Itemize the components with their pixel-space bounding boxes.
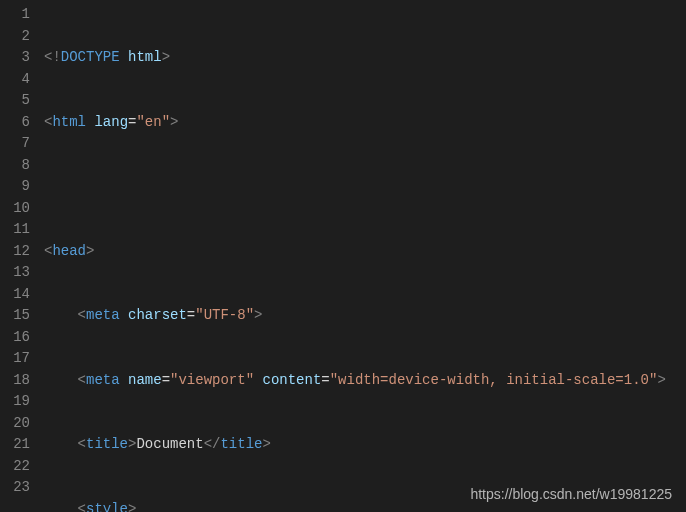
line-number: 18: [0, 370, 30, 392]
code-line: <meta name="viewport" content="width=dev…: [44, 370, 686, 392]
line-number: 22: [0, 456, 30, 478]
line-number: 19: [0, 391, 30, 413]
line-number: 13: [0, 262, 30, 284]
line-number: 23: [0, 477, 30, 499]
line-number: 21: [0, 434, 30, 456]
code-line: <meta charset="UTF-8">: [44, 305, 686, 327]
code-line: [44, 176, 686, 198]
code-line: <title>Document</title>: [44, 434, 686, 456]
line-number: 6: [0, 112, 30, 134]
code-line: <!DOCTYPE html>: [44, 47, 686, 69]
code-line: <html lang="en">: [44, 112, 686, 134]
line-number: 4: [0, 69, 30, 91]
line-number: 11: [0, 219, 30, 241]
code-line: <head>: [44, 241, 686, 263]
line-number: 7: [0, 133, 30, 155]
code-area[interactable]: <!DOCTYPE html> <html lang="en"> <head> …: [44, 0, 686, 512]
line-number: 14: [0, 284, 30, 306]
line-number: 8: [0, 155, 30, 177]
line-number: 10: [0, 198, 30, 220]
line-number: 5: [0, 90, 30, 112]
line-number-gutter: 1234567891011121314151617181920212223: [0, 0, 44, 512]
line-number: 12: [0, 241, 30, 263]
line-number: 9: [0, 176, 30, 198]
line-number: 20: [0, 413, 30, 435]
code-editor: 1234567891011121314151617181920212223 <!…: [0, 0, 686, 512]
line-number: 2: [0, 26, 30, 48]
watermark-text: https://blog.csdn.net/w19981225: [470, 486, 672, 502]
line-number: 1: [0, 4, 30, 26]
line-number: 3: [0, 47, 30, 69]
line-number: 17: [0, 348, 30, 370]
line-number: 15: [0, 305, 30, 327]
line-number: 16: [0, 327, 30, 349]
